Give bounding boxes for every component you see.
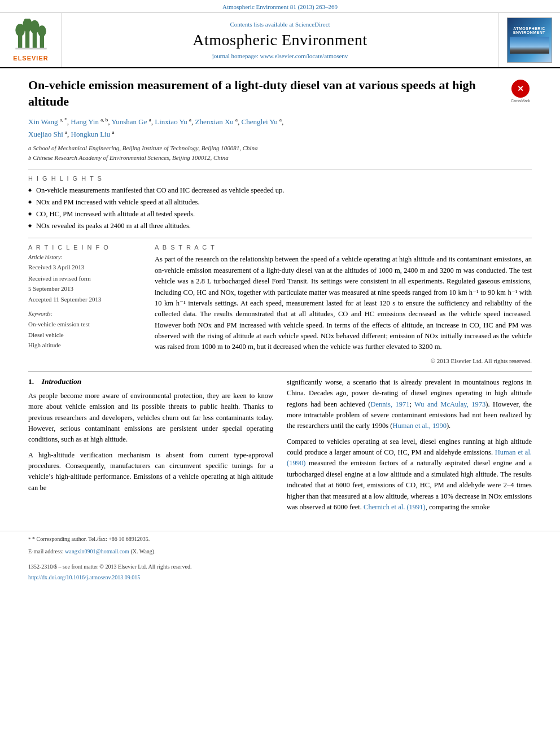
article-info-label: A R T I C L E I N F O: [28, 244, 141, 251]
intro-para-2: A high-altitude verification mechanism i…: [28, 450, 273, 494]
journal-cover-section: ATMOSPHERICENVIRONMENT: [498, 13, 560, 67]
author-chenglei-yu-link[interactable]: Chenglei Yu: [242, 117, 278, 126]
chernich-ref[interactable]: Chernich et al. (1991): [364, 503, 426, 511]
body-section: 1. Introduction As people become more aw…: [28, 377, 532, 518]
cover-journal-name: ATMOSPHERICENVIRONMENT: [513, 27, 545, 34]
abstract-label: A B S T R A C T: [155, 244, 532, 251]
revised-date: Received in revised form5 September 2013: [28, 274, 141, 294]
elsevier-logo: ELSEVIER: [11, 19, 51, 62]
affiliation-a: a School of Mechanical Engineering, Beij…: [28, 143, 532, 153]
body-col-right: significantly worse, a scenario that is …: [287, 377, 532, 518]
issn-line: 1352-2310/$ – see front matter © 2013 El…: [28, 562, 532, 571]
divider-3: [28, 371, 532, 372]
journal-citation: Atmospheric Environment 81 (2013) 263–26…: [222, 3, 338, 10]
footnote-star: *: [28, 536, 31, 542]
keyword-2: Diesel vehicle: [28, 330, 141, 340]
page: Atmospheric Environment 81 (2013) 263–26…: [0, 0, 560, 747]
keywords-label: Keywords:: [28, 311, 141, 317]
highlight-item-3: CO, HC, PM increased with altitude at al…: [28, 209, 532, 220]
elsevier-logo-section: ELSEVIER: [0, 13, 62, 67]
author-hongkun-liu-link[interactable]: Hongkun Liu: [71, 130, 111, 138]
wu-ref[interactable]: Wu and McAulay, 1973: [414, 400, 485, 408]
crossmark-icon[interactable]: ✕: [511, 80, 530, 98]
article-title: On-vehicle emission measurement of a lig…: [28, 77, 509, 110]
author-hang-yin: Hang Yin a, b,: [71, 117, 111, 126]
author-hongkun-liu: Hongkun Liu a: [71, 130, 115, 138]
affiliations: a School of Mechanical Engineering, Beij…: [28, 143, 532, 162]
author-xuejiao-shi-link[interactable]: Xuejiao Shi: [28, 130, 63, 138]
author-xin-wang: Xin Wang a, *,: [28, 117, 71, 126]
abstract-text: As part of the research on the relations…: [155, 254, 532, 352]
section-number: 1.: [28, 377, 34, 386]
author-yunshan-ge-link[interactable]: Yunshan Ge: [111, 117, 147, 126]
journal-homepage-line: journal homepage: www.elsevier.com/locat…: [212, 53, 348, 59]
highlights-section: H I G H L I G H T S On-vehicle measureme…: [28, 175, 532, 231]
keyword-1: On-vehicle emission test: [28, 319, 141, 330]
article-info-col: A R T I C L E I N F O Article history: R…: [28, 244, 141, 364]
intro-heading: 1. Introduction: [28, 377, 273, 386]
human-ref-1[interactable]: Human et al., 1990: [392, 422, 446, 430]
author-linxiao-yu-link[interactable]: Linxiao Yu: [155, 117, 187, 126]
right-para-1: significantly worse, a scenario that is …: [287, 377, 532, 432]
contents-available-line: Contents lists available at ScienceDirec…: [230, 21, 330, 28]
journal-title: Atmospheric Environment: [193, 31, 367, 49]
abstract-col: A B S T R A C T As part of the research …: [155, 244, 532, 364]
author-linxiao-yu: Linxiao Yu a,: [155, 117, 195, 126]
authors-line: Xin Wang a, *, Hang Yin a, b, Yunshan Ge…: [28, 115, 532, 140]
intro-para-1: As people become more aware of environme…: [28, 391, 273, 445]
author-zhenxian-xu: Zhenxian Xu a,: [195, 117, 242, 126]
info-abstract-section: A R T I C L E I N F O Article history: R…: [28, 244, 532, 364]
divider-1: [28, 169, 532, 169]
svg-point-7: [38, 25, 46, 37]
author-zhenxian-xu-link[interactable]: Zhenxian Xu: [195, 117, 234, 126]
doi-link-text[interactable]: http://dx.doi.org/10.1016/j.atmosenv.201…: [28, 574, 140, 580]
article-content: On-vehicle emission measurement of a lig…: [0, 68, 560, 526]
footer-section: * * Corresponding author. Tel./fax: +86 …: [0, 531, 560, 585]
author-hang-yin-link[interactable]: Hang Yin: [71, 117, 99, 126]
highlights-list: On-vehicle measurements manifested that …: [28, 185, 532, 231]
elsevier-wordmark: ELSEVIER: [13, 55, 48, 62]
dennis-ref[interactable]: Dennis, 1971: [371, 400, 410, 408]
journal-header: ELSEVIER Contents lists available at Sci…: [0, 13, 560, 68]
author-xin-wang-link[interactable]: Xin Wang: [28, 117, 58, 126]
accepted-date: Accepted 11 September 2013: [28, 295, 141, 305]
highlight-item-4: NOx revealed its peaks at 2400 m at all …: [28, 221, 532, 231]
intro-heading-text: Introduction: [42, 377, 82, 386]
email-label: E-mail address:: [28, 548, 63, 554]
email-name: (X. Wang).: [130, 548, 155, 554]
copyright-line: © 2013 Elsevier Ltd. All rights reserved…: [155, 357, 532, 364]
svg-rect-4: [32, 32, 36, 49]
affiliation-b: b Chinese Research Academy of Environmen…: [28, 153, 532, 163]
history-label: Article history:: [28, 254, 141, 260]
article-title-section: On-vehicle emission measurement of a lig…: [28, 77, 532, 110]
email-link[interactable]: wangxin0901@hotmail.com: [65, 548, 129, 554]
author-xuejiao-shi: Xuejiao Shi a,: [28, 130, 71, 138]
homepage-link[interactable]: www.elsevier.com/locate/atmosenv: [260, 53, 348, 59]
svg-rect-6: [40, 36, 43, 49]
svg-rect-0: [18, 34, 21, 49]
highlight-item-2: NOx and PM increased with vehicle speed …: [28, 197, 532, 208]
highlights-label: H I G H L I G H T S: [28, 175, 532, 182]
author-chenglei-yu: Chenglei Yu a,: [242, 117, 284, 126]
keywords-list: On-vehicle emission test Diesel vehicle …: [28, 319, 141, 351]
svg-rect-8: [15, 48, 46, 50]
received-date: Received 3 April 2013: [28, 263, 141, 273]
doi-link[interactable]: http://dx.doi.org/10.1016/j.atmosenv.201…: [28, 574, 532, 585]
keyword-3: High altitude: [28, 340, 141, 351]
crossmark-label: CrossMark: [511, 99, 530, 103]
divider-2: [28, 238, 532, 238]
elsevier-tree-icon: [11, 19, 51, 53]
right-para-2: Compared to vehicles operating at sea le…: [287, 436, 532, 513]
footnote-corresponding: * * Corresponding author. Tel./fax: +86 …: [28, 531, 532, 544]
crossmark-section: ✕ CrossMark: [509, 80, 532, 103]
sciencedirect-link[interactable]: ScienceDirect: [295, 21, 330, 28]
body-col-left: 1. Introduction As people become more aw…: [28, 377, 273, 518]
footnote-email: E-mail address: wangxin0901@hotmail.com …: [28, 547, 532, 556]
article-dates: Received 3 April 2013 Received in revise…: [28, 263, 141, 304]
corresponding-author-info: * Corresponding author. Tel./fax: +86 10…: [32, 536, 150, 542]
highlight-item-1: On-vehicle measurements manifested that …: [28, 185, 532, 196]
journal-title-section: Contents lists available at ScienceDirec…: [62, 13, 498, 67]
cover-cityscape: [510, 37, 549, 54]
human-ref-2[interactable]: Human et al. (1990): [287, 448, 532, 467]
journal-citation-bar: Atmospheric Environment 81 (2013) 263–26…: [0, 0, 560, 13]
